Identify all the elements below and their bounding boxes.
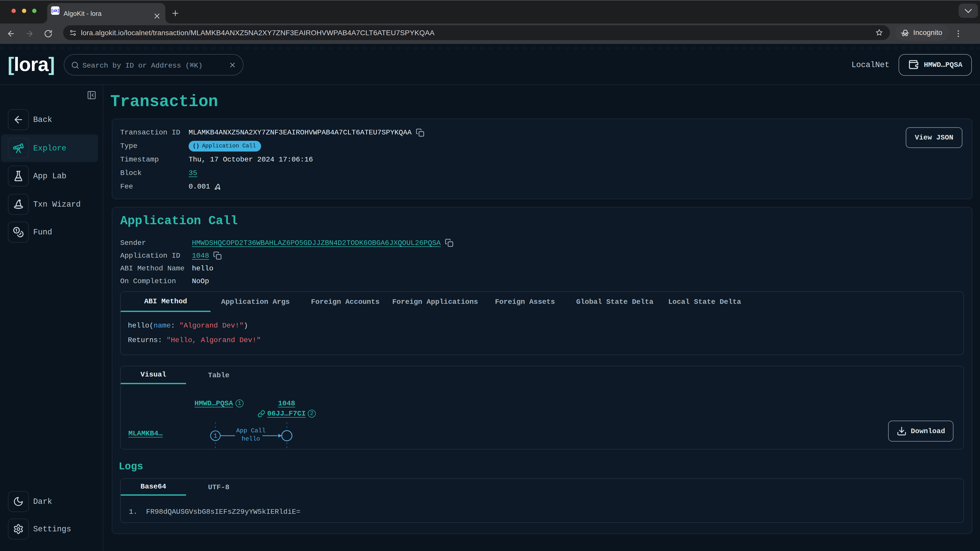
svg-text:1: 1: [213, 432, 217, 440]
